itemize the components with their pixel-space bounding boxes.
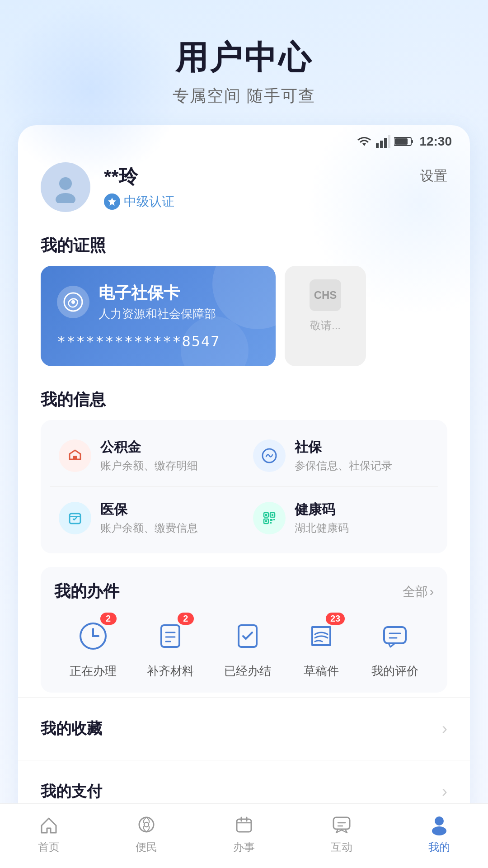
nav-item-interact[interactable]: 互动: [330, 813, 353, 854]
nav-item-mine[interactable]: 我的: [427, 813, 451, 854]
my-collect-item[interactable]: 我的收藏 ›: [18, 697, 470, 760]
draft-badge: 23: [326, 613, 345, 625]
bottom-nav: 首页 便民 办事: [0, 803, 488, 868]
svg-rect-13: [73, 456, 77, 459]
svg-point-8: [59, 177, 72, 190]
interact-nav-icon: [330, 813, 353, 836]
user-name: **玲: [104, 164, 447, 189]
social-insurance-card[interactable]: 电子社保卡 人力资源和社会保障部 *************8547: [41, 266, 276, 366]
social-card-logo: [57, 286, 89, 318]
interact-nav-label: 互动: [331, 840, 352, 854]
svg-rect-27: [161, 625, 179, 647]
cert-badge: 中级认证: [104, 193, 174, 210]
work-nav-icon: [232, 813, 256, 836]
medical-name: 医保: [100, 500, 198, 519]
work-section: 我的办件 全部 › 2 正在办理: [41, 567, 447, 693]
work-header: 我的办件 全部 ›: [54, 580, 434, 603]
supplement-icon: [155, 621, 186, 651]
svg-rect-24: [272, 514, 273, 516]
processing-icon: [78, 621, 108, 651]
done-label: 已经办结: [224, 663, 271, 679]
supplement-label: 补齐材料: [147, 663, 194, 679]
work-item-supplement[interactable]: 2 补齐材料: [147, 616, 194, 679]
medical-card-hint: 敬请...: [310, 318, 341, 333]
processing-badge: 2: [100, 613, 117, 625]
draft-label: 草稿件: [304, 663, 339, 679]
social-text: 社保 参保信息、社保记录: [295, 438, 392, 473]
fund-text: 公积金 账户余额、缴存明细: [100, 438, 198, 473]
fund-name: 公积金: [100, 438, 198, 457]
social-card-number: *************8547: [57, 333, 259, 350]
health-text: 健康码 湖北健康码: [295, 500, 349, 535]
settings-button[interactable]: 设置: [420, 167, 447, 185]
health-name: 健康码: [295, 500, 349, 519]
view-all-chevron: ›: [430, 585, 434, 599]
work-item-processing[interactable]: 2 正在办理: [70, 616, 117, 679]
svg-point-43: [432, 826, 446, 835]
medical-card-logo: CHS: [310, 279, 341, 311]
review-label: 我的评价: [371, 663, 418, 679]
social-name: 社保: [295, 438, 392, 457]
review-icon-wrap: [375, 616, 415, 656]
health-icon: [253, 502, 286, 534]
mine-nav-label: 我的: [428, 840, 450, 854]
svg-rect-23: [265, 514, 267, 516]
home-nav-icon: [37, 813, 61, 836]
svg-point-42: [435, 816, 444, 826]
work-grid: 2 正在办理 2 补齐材料: [54, 616, 434, 679]
view-all-button[interactable]: 全部 ›: [403, 583, 434, 600]
medical-icon: [59, 502, 91, 534]
info-item-fund[interactable]: 公积金 账户余额、缴存明细: [50, 425, 244, 486]
cert-icon: [104, 193, 120, 210]
svg-rect-20: [270, 519, 272, 521]
processing-icon-wrap: 2: [73, 616, 113, 656]
home-nav-label: 首页: [38, 840, 60, 854]
social-icon: [253, 439, 286, 472]
svg-marker-10: [108, 198, 116, 206]
info-section: 公积金 账户余额、缴存明细 社保 参保信息、社保记录: [18, 420, 470, 567]
health-desc: 湖北健康码: [295, 521, 349, 535]
done-icon-wrap: [228, 616, 267, 656]
social-desc: 参保信息、社保记录: [295, 458, 392, 473]
medical-card[interactable]: CHS 敬请...: [285, 266, 366, 366]
work-nav-label: 办事: [233, 840, 255, 854]
work-item-draft[interactable]: 23 草稿件: [301, 616, 341, 679]
draft-icon-wrap: 23: [301, 616, 341, 656]
svg-point-36: [144, 822, 149, 827]
profile-section: **玲 中级认证 设置: [18, 153, 470, 226]
user-info: **玲 中级认证: [104, 164, 447, 210]
svg-rect-22: [270, 522, 272, 524]
info-item-social[interactable]: 社保 参保信息、社保记录: [244, 425, 438, 486]
svg-point-12: [71, 300, 75, 304]
supplement-badge: 2: [178, 613, 194, 625]
nav-item-service[interactable]: 便民: [135, 813, 158, 854]
pay-title: 我的支付: [41, 781, 102, 802]
review-icon: [380, 621, 410, 651]
nav-item-home[interactable]: 首页: [37, 813, 61, 854]
info-item-medical[interactable]: 医保 账户余额、缴费信息: [50, 486, 244, 549]
work-title: 我的办件: [54, 580, 119, 603]
draft-icon: [306, 621, 337, 651]
medical-desc: 账户余额、缴费信息: [100, 521, 198, 535]
fund-desc: 账户余额、缴存明细: [100, 458, 198, 473]
mine-nav-icon: [427, 813, 451, 836]
nav-item-work[interactable]: 办事: [232, 813, 256, 854]
work-item-done[interactable]: 已经办结: [224, 616, 271, 679]
svg-point-9: [56, 193, 75, 203]
svg-point-35: [139, 817, 154, 832]
info-item-health[interactable]: 健康码 湖北健康码: [244, 486, 438, 549]
medical-text: 医保 账户余额、缴费信息: [100, 500, 198, 535]
my-info-title: 我的信息: [18, 380, 470, 420]
svg-rect-32: [384, 627, 406, 643]
collect-chevron: ›: [442, 719, 447, 738]
svg-rect-37: [237, 819, 251, 832]
info-grid: 公积金 账户余额、缴存明细 社保 参保信息、社保记录: [50, 425, 438, 549]
processing-label: 正在办理: [70, 663, 117, 679]
pay-chevron: ›: [442, 782, 447, 801]
work-item-review[interactable]: 我的评价: [371, 616, 418, 679]
svg-rect-25: [265, 520, 267, 522]
done-icon: [232, 621, 263, 651]
collect-title: 我的收藏: [41, 718, 102, 739]
info-card: 公积金 账户余额、缴存明细 社保 参保信息、社保记录: [41, 420, 447, 553]
avatar: [41, 162, 90, 212]
